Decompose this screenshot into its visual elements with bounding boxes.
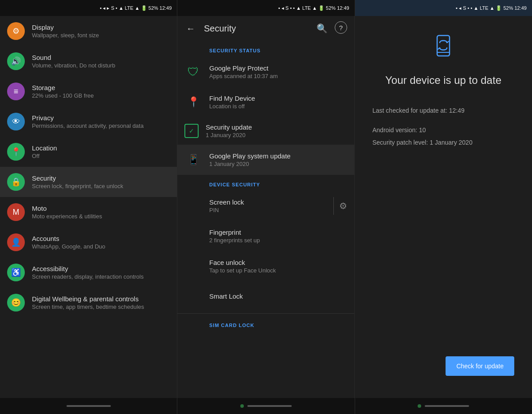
settings-subtitle-accounts: WhatsApp, Google, and Duo: [32, 243, 170, 250]
battery-pct-right: 52%: [503, 5, 513, 11]
settings-title-storage: Storage: [32, 84, 170, 91]
google-play-protect-item[interactable]: 🛡 Google Play Protect Apps scanned at 10…: [177, 57, 354, 87]
settings-title-accounts: Accounts: [32, 235, 170, 242]
find-my-device-text: Find My Device Location is off: [209, 95, 347, 110]
device-security-label: DEVICE SECURITY: [177, 175, 354, 191]
google-play-protect-subtitle: Apps scanned at 10:37 am: [209, 73, 347, 79]
google-play-protect-title: Google Play Protect: [209, 64, 347, 72]
wifi-icon-right: ▲: [473, 5, 478, 11]
settings-title-security: Security: [32, 174, 170, 182]
battery-pct: 52%: [149, 5, 158, 11]
google-play-system-update-icon: 📱: [184, 151, 202, 169]
smart-lock-item[interactable]: Smart Lock: [177, 281, 354, 311]
settings-item-storage[interactable]: ≡ Storage 22% used - 100 GB free: [0, 76, 177, 106]
settings-subtitle-security: Screen lock, fingerprint, face unlock: [32, 183, 170, 189]
screen-lock-gear-icon[interactable]: ⚙: [339, 201, 347, 211]
nav-dot-mid: [240, 404, 244, 408]
dot-icon-mid: • •: [290, 5, 295, 11]
swiftkey-icon: S: [111, 5, 114, 11]
google-play-protect-icon: 🛡: [184, 63, 202, 81]
settings-item-accounts[interactable]: 👤 Accounts WhatsApp, Google, and Duo: [0, 227, 177, 257]
settings-title-accessibility: Accessibility: [32, 265, 170, 272]
settings-item-security[interactable]: 🔒 Security Screen lock, fingerprint, fac…: [0, 167, 177, 197]
help-icon[interactable]: ?: [335, 21, 347, 34]
settings-item-moto[interactable]: M Moto Moto experiences & utilities: [0, 197, 177, 227]
google-play-system-update-text: Google Play system update 1 January 2020: [209, 152, 347, 167]
settings-icon-privacy: 👁: [7, 113, 25, 130]
google-play-protect-text: Google Play Protect Apps scanned at 10:3…: [209, 64, 347, 79]
settings-item-display[interactable]: ⚙ Display Wallpaper, sleep, font size: [0, 16, 177, 46]
face-unlock-title: Face unlock: [209, 259, 347, 266]
settings-text-wellbeing: Digital Wellbeing & parental controls Sc…: [32, 295, 170, 310]
search-icon[interactable]: 🔍: [315, 21, 329, 35]
settings-item-wellbeing[interactable]: 😊 Digital Wellbeing & parental controls …: [0, 288, 177, 318]
fingerprint-text: Fingerprint 2 fingerprints set up: [209, 229, 347, 244]
google-play-system-update-item[interactable]: 📱 Google Play system update 1 January 20…: [177, 145, 354, 175]
settings-icon-moto: M: [7, 203, 25, 221]
status-bar: ▪ ◂ ▸ S • ▲ LTE ▲ 🔋 52% 12:49 ▪ ◂ S • • …: [0, 0, 532, 16]
swiftkey-icon-mid: S: [286, 5, 289, 11]
lte-label: LTE: [125, 5, 133, 11]
nav-icon: ◂: [103, 5, 106, 11]
time-mid: 12:49: [337, 5, 349, 11]
settings-text-location: Location Off: [32, 144, 170, 159]
google-play-system-update-subtitle: 1 January 2020: [209, 161, 347, 167]
settings-subtitle-display: Wallpaper, sleep, font size: [32, 32, 170, 39]
find-my-device-icon: 📍: [184, 93, 202, 111]
nav-section-right: [355, 398, 532, 414]
settings-text-accounts: Accounts WhatsApp, Google, and Duo: [32, 235, 170, 250]
sim-icon-mid: ▪: [278, 5, 280, 11]
settings-item-privacy[interactable]: 👁 Privacy Permissions, account activity,…: [0, 106, 177, 137]
security-update-subtitle: 1 January 2020: [206, 132, 347, 138]
settings-text-accessibility: Accessibility Screen readers, display, i…: [32, 265, 170, 280]
nav-section-mid: [177, 398, 355, 414]
settings-subtitle-sound: Volume, vibration, Do not disturb: [32, 62, 170, 69]
settings-icon-location: 📍: [7, 143, 25, 161]
face-unlock-item[interactable]: Face unlock Tap to set up Face Unlock: [177, 251, 354, 281]
settings-text-storage: Storage 22% used - 100 GB free: [32, 84, 170, 99]
screen-lock-item[interactable]: Screen lock PIN ⚙: [177, 191, 354, 221]
settings-item-sound[interactable]: 🔊 Sound Volume, vibration, Do not distur…: [0, 46, 177, 76]
settings-title-wellbeing: Digital Wellbeing & parental controls: [32, 295, 170, 303]
status-icons-right: ▪ ◂ S • • ▲ LTE ▲ 🔋 52% 12:49: [456, 5, 527, 11]
settings-icon-display: ⚙: [7, 22, 25, 40]
security-patch: Security patch level: 1 January 2020: [372, 136, 514, 149]
signal-icon-mid: ▲: [312, 5, 317, 11]
last-checked: Last checked for update at: 12:49: [372, 104, 514, 117]
signal-icon-right: ▲: [490, 5, 495, 11]
find-my-device-title: Find My Device: [209, 95, 347, 102]
battery-icon-mid: 🔋: [318, 5, 325, 11]
status-bar-mid: ▪ ◂ S • • ▲ LTE ▲ 🔋 52% 12:49: [177, 0, 355, 16]
sim-icon: ▪: [100, 5, 102, 11]
find-my-device-item[interactable]: 📍 Find My Device Location is off: [177, 87, 354, 117]
status-icons-left: ▪ ◂ ▸ S • ▲ LTE ▲ 🔋 52% 12:49: [100, 5, 172, 11]
settings-subtitle-wellbeing: Screen time, app timers, bedtime schedul…: [32, 304, 170, 310]
fingerprint-title: Fingerprint: [209, 229, 347, 236]
find-my-device-subtitle: Location is off: [209, 103, 347, 110]
settings-item-location[interactable]: 📍 Location Off: [0, 137, 177, 167]
nav-pill-right: [425, 405, 469, 407]
settings-item-accessibility[interactable]: ♿ Accessibility Screen readers, display,…: [0, 257, 177, 288]
settings-list: ⚙ Display Wallpaper, sleep, font size 🔊 …: [0, 16, 177, 398]
settings-title-display: Display: [32, 24, 170, 31]
battery-icon: 🔋: [141, 5, 147, 11]
settings-subtitle-storage: 22% used - 100 GB free: [32, 92, 170, 99]
svg-rect-0: [437, 35, 450, 56]
settings-subtitle-location: Off: [32, 153, 170, 159]
security-panel: ← Security 🔍 ? SECURITY STATUS 🛡 Google …: [177, 16, 355, 398]
nav-icon-mid: ◂: [282, 5, 284, 11]
check-for-update-button[interactable]: Check for update: [446, 356, 514, 376]
screen-lock-title: Screen lock: [209, 198, 328, 206]
settings-text-sound: Sound Volume, vibration, Do not disturb: [32, 54, 170, 69]
smart-lock-title: Smart Lock: [209, 292, 347, 300]
status-bar-left: ▪ ◂ ▸ S • ▲ LTE ▲ 🔋 52% 12:49: [0, 0, 177, 16]
security-update-item[interactable]: ✓ Security update 1 January 2020: [177, 117, 354, 145]
fingerprint-item[interactable]: Fingerprint 2 fingerprints set up: [177, 221, 354, 251]
back-button[interactable]: ←: [184, 22, 197, 35]
swiftkey-icon-right: S: [463, 5, 466, 11]
dot-icon: •: [116, 5, 117, 11]
face-unlock-icon: [184, 257, 202, 275]
lte-label-mid: LTE: [302, 5, 311, 11]
settings-subtitle-accessibility: Screen readers, display, interaction con…: [32, 273, 170, 280]
settings-subtitle-privacy: Permissions, account activity, personal …: [32, 122, 170, 129]
